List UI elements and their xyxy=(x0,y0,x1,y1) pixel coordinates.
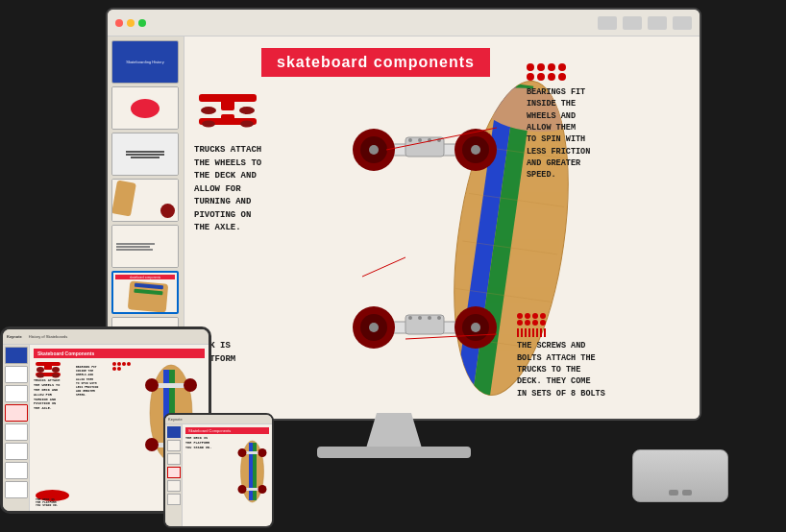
maximize-button[interactable] xyxy=(138,19,146,27)
svg-point-27 xyxy=(418,138,422,142)
svg-point-53 xyxy=(145,438,159,451)
phone-slide-thumb[interactable] xyxy=(167,426,181,438)
toolbar-insert-btn[interactable] xyxy=(623,16,642,30)
phone-slide-thumb[interactable] xyxy=(167,480,181,492)
phone-app-label: Keynote xyxy=(168,417,183,422)
toolbar-format-btn[interactable] xyxy=(598,16,617,30)
svg-point-2 xyxy=(201,107,216,114)
toolbar-arrange-btn[interactable] xyxy=(648,16,667,30)
screw-dot xyxy=(525,313,530,319)
toolbar-animate-btn[interactable] xyxy=(673,16,692,30)
tablet-file-label: History of Skateboards xyxy=(29,334,67,339)
svg-point-57 xyxy=(37,367,44,373)
tablet-slide-thumb-3[interactable] xyxy=(5,385,28,402)
screw-dot xyxy=(532,320,538,326)
screws-section: THE SCREWS AND BOLTS ATTACH THE TRUCKS T… xyxy=(517,313,695,399)
phone-slide-panel[interactable] xyxy=(165,424,183,526)
slide-thumb-6[interactable]: skateboard components xyxy=(111,271,179,314)
svg-point-71 xyxy=(258,485,267,494)
slide-canvas[interactable]: skateboard components xyxy=(184,36,700,419)
bearings-section: BEARINGS FIT INSIDE THE WHEELS AND ALLOW… xyxy=(527,63,695,181)
tablet-slide-thumb-6[interactable] xyxy=(5,443,28,460)
svg-point-7 xyxy=(240,121,254,128)
slide-title-banner: skateboard components xyxy=(261,48,490,77)
bolt-line xyxy=(521,328,523,337)
phone-skateboard xyxy=(235,438,269,505)
bolt-line xyxy=(528,328,530,337)
tablet-slide-panel[interactable] xyxy=(3,345,30,511)
svg-point-41 xyxy=(437,316,441,320)
tablet-bearings-text: BEARINGS FIT INSIDE THE WHEELS AND ALLOW… xyxy=(76,366,134,399)
svg-point-67 xyxy=(238,448,247,457)
phone-slide-thumb-active[interactable] xyxy=(167,467,181,478)
phone-device: Keynote Skateboard Components xyxy=(163,413,274,528)
svg-rect-5 xyxy=(221,114,234,122)
phone-toolbar: Keynote xyxy=(165,415,272,424)
slide-thumb-2[interactable] xyxy=(111,86,179,130)
phone-screen: Keynote Skateboard Components xyxy=(165,415,272,526)
svg-point-3 xyxy=(239,107,255,114)
phone-text: THE DECK IS THE PLATFORM YOU STAND ON. xyxy=(185,436,228,450)
toolbar-controls xyxy=(598,16,692,30)
bearings-description: BEARINGS FIT INSIDE THE WHEELS AND ALLOW… xyxy=(527,86,695,181)
usb-port xyxy=(669,490,678,496)
tablet-slide-thumb-8[interactable] xyxy=(5,481,28,498)
phone-main-area: Skateboard Components xyxy=(183,424,272,526)
slide-title: skateboard components xyxy=(277,54,475,70)
bolt-line xyxy=(517,328,519,337)
bearings-dots-row2 xyxy=(527,73,695,81)
svg-point-68 xyxy=(258,448,267,457)
tablet-slide-thumb-5[interactable] xyxy=(5,423,28,441)
svg-point-37 xyxy=(471,323,480,332)
slide-thumb-3[interactable] xyxy=(111,133,179,176)
tablet-slide-thumb-2[interactable] xyxy=(5,366,28,383)
svg-point-51 xyxy=(184,378,197,392)
deck-section: DECK IS PLATFORM xyxy=(194,340,309,366)
svg-point-61 xyxy=(52,374,60,378)
bolt-line xyxy=(532,328,534,337)
screw-dot xyxy=(525,320,530,326)
bearing-dot xyxy=(527,63,534,71)
bolt-lines xyxy=(517,328,695,337)
svg-point-26 xyxy=(408,138,412,142)
bearing-dot xyxy=(558,63,566,71)
bearing-dot xyxy=(537,63,545,71)
tablet-slide-title: Skateboard Components xyxy=(34,349,205,358)
svg-point-58 xyxy=(52,367,60,373)
svg-point-6 xyxy=(202,121,215,128)
svg-point-25 xyxy=(471,145,480,155)
bearings-dots-row1 xyxy=(527,63,695,71)
bearing-dot xyxy=(527,73,534,81)
svg-point-50 xyxy=(145,378,159,392)
phone-slide-thumb[interactable] xyxy=(167,494,181,505)
svg-line-44 xyxy=(362,257,405,277)
bolt-line xyxy=(540,328,542,337)
screw-dot xyxy=(532,313,538,319)
bearing-dot xyxy=(558,73,566,81)
minimize-button[interactable] xyxy=(127,19,135,27)
svg-point-40 xyxy=(428,316,431,320)
screw-dot xyxy=(540,313,546,319)
slide-thumb-1[interactable]: Skateboarding History xyxy=(111,40,179,84)
deck-description: DECK IS PLATFORM xyxy=(194,340,309,366)
phone-slide-thumb[interactable] xyxy=(167,440,181,451)
slide-thumb-4[interactable] xyxy=(111,179,179,222)
screws-dots xyxy=(517,313,695,319)
bearing-dot xyxy=(548,63,555,71)
svg-point-70 xyxy=(238,485,247,494)
screw-dot xyxy=(540,320,546,326)
svg-point-39 xyxy=(418,316,422,320)
phone-slide-thumb[interactable] xyxy=(167,453,181,465)
svg-point-22 xyxy=(369,145,379,155)
tablet-slide-thumb-4[interactable] xyxy=(5,404,28,422)
close-button[interactable] xyxy=(115,19,123,27)
bearing-dot xyxy=(537,73,545,81)
phone-slide-title: Skateboard Components xyxy=(185,427,269,434)
tablet-deck-text: THE DECK ISTHE PLATFORMYOU STAND ON. xyxy=(36,498,58,507)
screws-description: THE SCREWS AND BOLTS ATTACH THE TRUCKS T… xyxy=(517,340,695,399)
svg-point-60 xyxy=(37,374,44,378)
slide-thumb-5[interactable] xyxy=(111,225,179,268)
bolt-line xyxy=(544,328,546,337)
tablet-slide-thumb-7[interactable] xyxy=(5,462,28,479)
tablet-slide-thumb-1[interactable] xyxy=(5,347,28,364)
